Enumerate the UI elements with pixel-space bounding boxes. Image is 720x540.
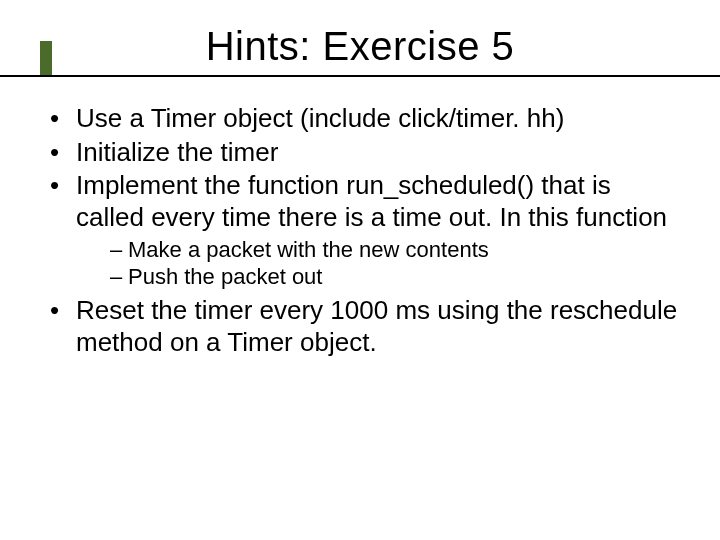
horizontal-rule (0, 75, 720, 77)
body-text: Use a Timer object (include click/timer.… (40, 103, 680, 358)
bullet-item: Use a Timer object (include click/timer.… (50, 103, 680, 135)
sub-bullet-item: Make a packet with the new contents (110, 236, 680, 264)
slide-title: Hints: Exercise 5 (40, 24, 680, 69)
bullet-text: Implement the function run_scheduled() t… (76, 170, 667, 232)
accent-tick (40, 41, 52, 77)
bullet-list: Use a Timer object (include click/timer.… (40, 103, 680, 358)
sub-bullet-item: Push the packet out (110, 263, 680, 291)
sub-bullet-list: Make a packet with the new contents Push… (76, 236, 680, 291)
bullet-item: Initialize the timer (50, 137, 680, 169)
bullet-item: Implement the function run_scheduled() t… (50, 170, 680, 290)
title-rule (40, 75, 680, 81)
slide: Hints: Exercise 5 Use a Timer object (in… (0, 0, 720, 540)
bullet-item: Reset the timer every 1000 ms using the … (50, 295, 680, 358)
